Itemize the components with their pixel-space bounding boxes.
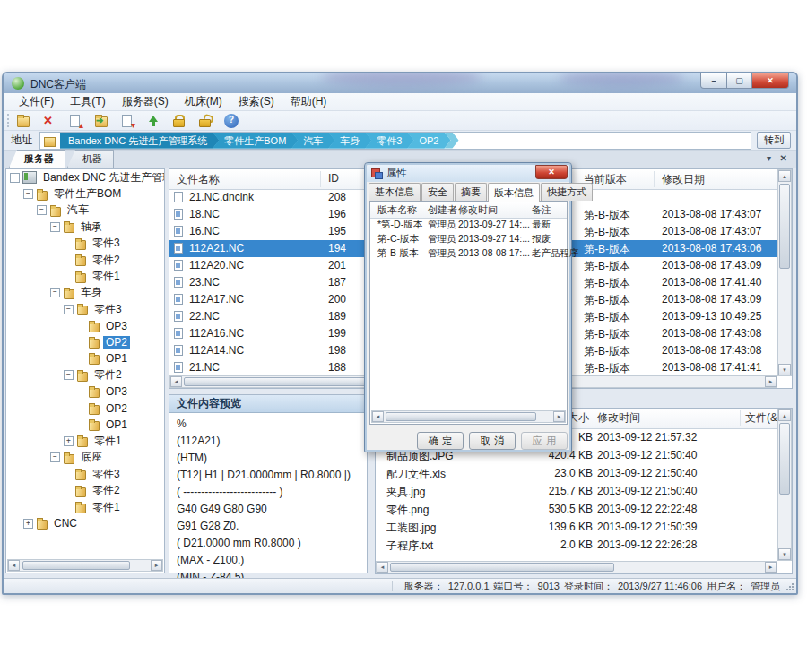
breadcrumb-segment-3[interactable]: 车身 [328,133,371,149]
scroll-up-icon[interactable]: ▴ [778,170,791,182]
scrollbar-thumb[interactable] [390,563,614,572]
tree-expand-icon[interactable]: + [23,519,33,529]
column-header-id[interactable]: ID [328,172,339,185]
attachment-row-5[interactable]: 工装图.jpg139.6 KB2013-09-12 21:50:39 [376,518,777,536]
attachment-row-3[interactable]: 夹具.jpg215.7 KB2013-09-12 21:50:40 [376,482,777,500]
view-tab-0[interactable]: 服务器 [9,150,65,168]
tree-item-11[interactable]: OP1 [6,350,164,366]
dialog-tab-3[interactable]: 版本信息 [488,183,540,202]
breadcrumb-segment-0[interactable]: Bandex DNC 先进生产管理系统 [60,133,219,149]
new-folder-icon[interactable] [16,114,30,128]
go-button[interactable]: 转到 [757,132,791,149]
dialog-horizontal-scrollbar[interactable]: ◂ ▸ [371,410,566,423]
delete-icon[interactable] [42,114,56,128]
tree-item-5[interactable]: 零件2 [6,252,164,268]
tree-item-0[interactable]: −Bandex DNC 先进生产管理系统 [6,169,164,185]
menu-item-1[interactable]: 工具(T) [62,92,113,111]
grid-vertical-scrollbar[interactable]: ▴ ▾ [777,169,792,376]
address-field[interactable]: Bandex DNC 先进生产管理系统零件生产BOM汽车车身零件3OP2 [39,132,751,150]
titlebar[interactable]: DNC客户端 [4,73,796,93]
tree-expand-icon[interactable]: − [37,205,47,215]
scroll-left-icon[interactable]: ◂ [372,411,384,422]
menu-item-4[interactable]: 搜索(S) [230,92,282,111]
tree-item-3[interactable]: −轴承 [6,219,164,235]
close-button[interactable] [751,73,789,89]
version-row-1[interactable]: 第-C-版本管理员2013-09-27 14:...报废 [370,232,567,246]
view-tab-1[interactable]: 机器 [67,150,114,168]
version-row-2[interactable]: 第-B-版本管理员2013-08-08 17:...老产品程序 [370,246,567,261]
dialog-tab-4[interactable]: 快捷方式 [541,183,593,201]
tree-item-9[interactable]: OP3 [6,318,164,334]
column-header-note[interactable]: 备注 [532,203,551,217]
tree-expand-icon[interactable]: − [64,370,74,380]
scroll-down-icon[interactable]: ▾ [778,548,791,560]
scroll-right-icon[interactable]: ▸ [765,376,777,387]
ok-button[interactable]: 确定 [417,432,464,450]
column-header-time[interactable]: 修改时间 [597,410,640,426]
lock-icon[interactable] [172,114,187,128]
menu-item-5[interactable]: 帮助(H) [282,92,335,111]
scrollbar-thumb[interactable] [779,423,790,495]
menu-item-0[interactable]: 文件(F) [11,92,62,111]
tree-item-12[interactable]: −零件2 [6,367,164,383]
tree-expand-icon[interactable]: − [23,189,33,199]
scrollbar-thumb[interactable] [386,412,536,421]
column-header-version-name[interactable]: 版本名称 [377,203,417,217]
tree-item-6[interactable]: 零件1 [6,268,164,284]
dialog-tab-0[interactable]: 基本信息 [369,183,421,201]
unlock-icon[interactable] [198,114,213,128]
scrollbar-thumb[interactable] [779,184,790,269]
scroll-up-icon[interactable]: ▴ [778,409,791,421]
upload-icon[interactable] [146,114,161,128]
dialog-tab-1[interactable]: 安全 [421,183,454,201]
dialog-close-button[interactable]: ✕ [535,165,568,179]
tree-expand-icon[interactable]: + [64,436,74,446]
tree-expand-icon[interactable]: − [50,222,60,232]
help-icon[interactable] [224,114,239,128]
resize-grip-icon[interactable] [785,582,794,590]
attachment-horizontal-scrollbar[interactable]: ◂ ▸ [376,561,777,573]
scroll-right-icon[interactable]: ▸ [553,411,565,422]
scroll-left-icon[interactable]: ◂ [170,376,182,387]
column-header-name[interactable]: 文件名称 [177,172,220,187]
tree-item-1[interactable]: −零件生产BOM [6,185,164,202]
tree-item-15[interactable]: OP1 [6,417,164,433]
tree-item-10[interactable]: OP2 [6,334,164,350]
tree-item-16[interactable]: +零件1 [6,433,164,449]
tree-item-2[interactable]: −汽车 [6,202,164,219]
send-to-machine-icon[interactable] [94,114,108,128]
maximize-button[interactable] [727,73,751,89]
breadcrumb-segment-1[interactable]: 零件生产BOM [213,133,298,149]
attachment-row-6[interactable]: 子程序.txt2.0 KB2013-09-12 22:26:28 [376,536,777,554]
tree-horizontal-scrollbar[interactable]: ◂ ▸ [7,559,163,572]
breadcrumb-segment-4[interactable]: 零件3 [365,133,413,149]
column-header-file[interactable]: 文件(&l [745,410,780,426]
tree-expand-icon[interactable]: − [10,173,20,183]
column-header-creator[interactable]: 创建者 [428,203,457,217]
tree-item-21[interactable]: +CNC [6,515,164,531]
version-row-0[interactable]: *第-D-版本管理员2013-09-27 14:...最新 [370,218,567,232]
attachment-row-4[interactable]: 零件.png530.5 KB2013-09-12 22:22:48 [376,500,777,518]
checkout-file-icon[interactable] [120,114,134,128]
tree-item-18[interactable]: 零件3 [6,466,164,482]
checkin-file-icon[interactable] [68,114,82,128]
tree-item-7[interactable]: −车身 [6,285,164,301]
tab-dropdown-icon[interactable]: ▾ [767,153,771,163]
scroll-left-icon[interactable]: ◂ [377,562,388,573]
column-header-modified[interactable]: 修改时间 [458,203,498,217]
scrollbar-thumb[interactable] [22,561,130,570]
dialog-tab-2[interactable]: 摘要 [455,183,487,201]
breadcrumb-segment-5[interactable]: OP2 [407,133,450,149]
tab-close-icon[interactable]: ✕ [780,153,787,163]
tree-item-4[interactable]: 零件3 [6,236,164,252]
tree-item-13[interactable]: OP3 [6,383,164,400]
attachment-vertical-scrollbar[interactable]: ▴ ▾ [777,409,792,561]
scroll-right-icon[interactable]: ▸ [765,562,777,573]
cancel-button[interactable]: 取消 [469,432,516,450]
tree-item-14[interactable]: OP2 [6,400,164,416]
scroll-down-icon[interactable]: ▾ [778,364,791,375]
attachment-row-2[interactable]: 配刀文件.xls23.0 KB2013-09-12 21:50:40 [376,464,777,482]
tree-item-8[interactable]: −零件3 [6,301,164,317]
minimize-button[interactable] [700,73,727,89]
tree-item-19[interactable]: 零件2 [6,482,164,498]
